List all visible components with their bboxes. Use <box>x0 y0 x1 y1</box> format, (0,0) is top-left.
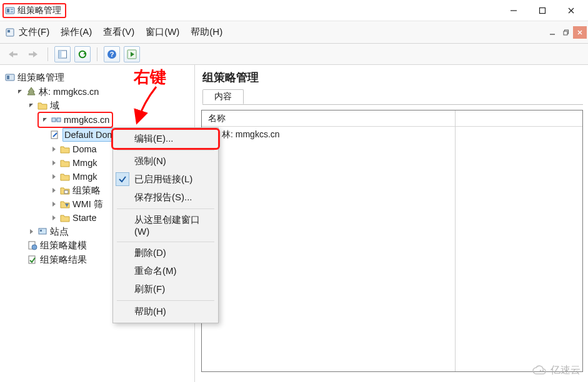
svg-rect-3 <box>11 11 13 12</box>
expand-icon[interactable] <box>50 214 57 222</box>
ctx-delete[interactable]: 删除(D) <box>113 244 218 262</box>
menu-window[interactable]: 窗口(W) <box>146 26 179 38</box>
ctx-enforce[interactable]: 强制(N) <box>113 152 218 170</box>
svg-rect-25 <box>52 118 56 122</box>
ctx-delete-label: 删除(D) <box>134 247 166 258</box>
gpo-folder-icon <box>60 185 70 195</box>
back-button[interactable] <box>5 46 21 62</box>
ctx-save-report[interactable]: 保存报告(S)... <box>113 189 218 207</box>
minimize-button[interactable] <box>499 1 528 20</box>
tree-gp-results[interactable]: 组策略结果 <box>27 253 87 266</box>
column-separator[interactable] <box>455 110 456 371</box>
column-header-name[interactable]: 名称 <box>202 110 582 127</box>
refresh-button[interactable] <box>74 46 91 62</box>
menu-bar: 文件(F) 操作(A) 查看(V) 窗口(W) 帮助(H) <box>0 21 588 44</box>
mdi-minimize-button[interactable] <box>546 26 559 39</box>
tree-gp-modeling[interactable]: 组策略建模 <box>27 239 87 252</box>
show-hide-tree-button[interactable] <box>54 46 71 62</box>
forward-button[interactable] <box>25 46 41 62</box>
tree-gpo-container-label: 组策略 <box>72 184 101 197</box>
maximize-button[interactable] <box>528 1 557 20</box>
tree-wmi-label: WMI 筛 <box>72 198 103 210</box>
svg-rect-26 <box>57 118 61 122</box>
ou-folder-icon <box>60 172 70 182</box>
tree-wmi-filters[interactable]: WMI 筛 <box>50 198 103 210</box>
svg-rect-24 <box>7 76 9 79</box>
domains-folder-icon <box>37 100 47 110</box>
svg-rect-29 <box>64 190 68 193</box>
content-area: 右键 组策略管理 林: mmgkcs <box>0 65 588 382</box>
menu-action[interactable]: 操作(A) <box>61 26 92 38</box>
expand-icon[interactable] <box>50 187 57 194</box>
gpmc-root-icon <box>5 72 15 82</box>
collapse-icon[interactable] <box>16 88 24 96</box>
ctx-edit[interactable]: 编辑(E)... <box>113 130 218 148</box>
expand-icon[interactable] <box>50 145 57 153</box>
toolbar-separator <box>97 47 97 61</box>
forest-icon <box>26 87 36 97</box>
expand-icon[interactable] <box>50 200 57 208</box>
tree-ou-domain-controllers[interactable]: Doma <box>50 143 97 155</box>
menu-view[interactable]: 查看(V) <box>103 26 134 38</box>
tree-starter-gpos[interactable]: Starte <box>50 212 97 224</box>
grid-row-forest-label: 林: mmgkcs.cn <box>222 129 280 140</box>
tree-domain[interactable]: mmgkcs.cn <box>39 113 112 127</box>
column-header-name-label: 名称 <box>208 113 226 124</box>
tree-ou-mmgk1[interactable]: Mmgk <box>50 157 97 169</box>
tab-contents[interactable]: 内容 <box>202 89 244 104</box>
ctx-refresh-label: 刷新(F) <box>134 283 165 294</box>
toolbar-separator <box>47 47 48 61</box>
ctx-link-enabled[interactable]: 已启用链接(L) <box>113 170 218 189</box>
ctx-help-label: 帮助(H) <box>134 306 166 316</box>
domain-icon <box>51 115 61 125</box>
expand-icon[interactable] <box>27 228 35 235</box>
grid-row-forest[interactable]: 林: mmgkcs.cn <box>202 127 582 143</box>
cloud-icon <box>532 365 547 376</box>
svg-rect-31 <box>40 230 42 232</box>
run-button[interactable] <box>124 46 140 62</box>
menu-file[interactable]: 文件(F) <box>19 26 49 38</box>
context-menu: 编辑(E)... 强制(N) 已启用链接(L) 保存报告(S)... 从这里创建… <box>112 127 219 323</box>
check-icon <box>116 172 129 186</box>
mdi-window-controls <box>546 26 588 39</box>
tree-root[interactable]: 组策略管理 <box>5 71 64 84</box>
ctx-edit-label: 编辑(E)... <box>134 133 174 144</box>
close-button[interactable] <box>557 1 586 20</box>
ctx-refresh[interactable]: 刷新(F) <box>113 280 218 298</box>
ctx-help[interactable]: 帮助(H) <box>113 303 218 321</box>
mdi-restore-button[interactable] <box>559 26 573 39</box>
help-button[interactable]: ? <box>104 46 120 62</box>
ctx-new-window[interactable]: 从这里创建窗口(W) <box>113 211 218 240</box>
gpmc-app-icon <box>5 6 15 16</box>
modeling-icon <box>27 240 37 250</box>
svg-rect-16 <box>29 53 33 55</box>
tree-modeling-label: 组策略建模 <box>40 239 87 252</box>
tree-ou-mmgk1-label: Mmgk <box>72 157 97 169</box>
window-controls <box>499 1 586 20</box>
tree-sites[interactable]: 站点 <box>27 225 69 238</box>
sites-icon <box>37 227 47 237</box>
svg-rect-15 <box>13 53 17 55</box>
mdi-close-button[interactable] <box>573 26 587 39</box>
tree-forest[interactable]: 林: mmgkcs.cn <box>16 86 99 98</box>
ctx-new-window-label: 从这里创建窗口(W) <box>134 214 200 237</box>
tree-sites-label: 站点 <box>50 225 69 238</box>
svg-point-36 <box>542 370 544 371</box>
tree-results-label: 组策略结果 <box>40 253 87 266</box>
tree-gpo-container[interactable]: 组策略 <box>50 184 101 197</box>
collapse-icon[interactable] <box>41 116 49 124</box>
expand-icon[interactable] <box>50 173 57 180</box>
ou-folder-icon <box>60 144 70 154</box>
ctx-separator <box>117 150 214 150</box>
svg-rect-2 <box>11 9 13 10</box>
menu-help[interactable]: 帮助(H) <box>191 26 222 38</box>
ctx-separator <box>117 300 214 301</box>
tree-domains[interactable]: 域 <box>27 99 59 112</box>
collapse-icon[interactable] <box>27 102 35 109</box>
details-grid[interactable]: 名称 林: mmgkcs.cn <box>201 110 583 372</box>
svg-rect-1 <box>7 9 9 12</box>
ctx-rename[interactable]: 重命名(M) <box>113 262 218 280</box>
expand-icon[interactable] <box>50 159 57 167</box>
svg-rect-30 <box>39 228 46 234</box>
tree-ou-mmgk2[interactable]: Mmgk <box>50 170 97 183</box>
